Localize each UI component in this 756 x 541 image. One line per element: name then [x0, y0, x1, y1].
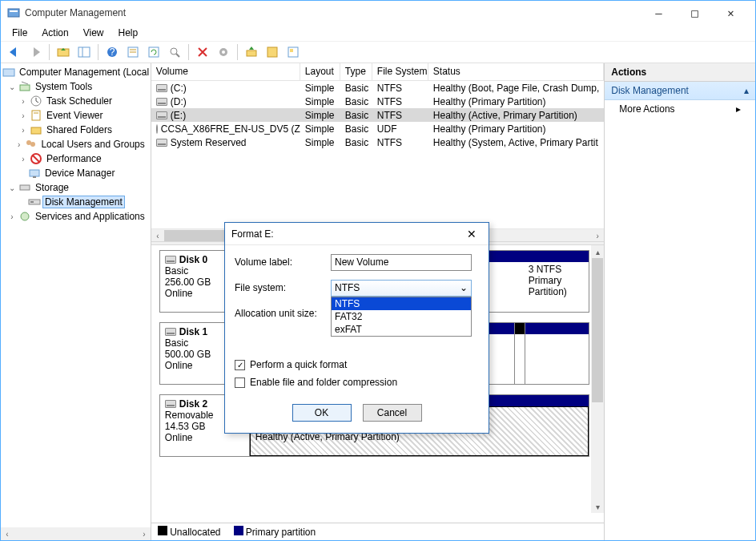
ok-button[interactable]: OK: [292, 404, 352, 422]
disk-vertical-scrollbar[interactable]: ▴▾: [591, 245, 604, 513]
volume-type: Basic: [340, 110, 372, 121]
svg-rect-1: [10, 10, 18, 12]
volume-status: Healthy (Boot, Page File, Crash Dump,: [428, 83, 604, 94]
col-filesystem[interactable]: File System: [372, 63, 428, 80]
fs-option-fat32[interactable]: FAT32: [332, 310, 471, 323]
navigation-tree: Computer Management (Local ⌄System Tools…: [1, 63, 151, 540]
drive-icon: [156, 98, 167, 106]
col-status[interactable]: Status: [428, 63, 604, 80]
volume-type: Basic: [340, 83, 372, 94]
up-folder-icon[interactable]: [54, 43, 72, 61]
tree-root[interactable]: Computer Management (Local: [2, 65, 151, 79]
tree-performance[interactable]: ›Performance: [2, 151, 151, 166]
action3-icon[interactable]: [284, 43, 302, 61]
minimize-button[interactable]: —: [641, 2, 677, 24]
tree-system-tools[interactable]: ⌄System Tools: [2, 79, 151, 94]
disk1-partition-b[interactable]: [525, 323, 589, 384]
volume-list: Volume Layout Type File System Status (C…: [151, 63, 604, 241]
volume-layout: Simple: [300, 83, 340, 94]
tree-storage[interactable]: ⌄Storage: [2, 180, 151, 195]
compression-checkbox[interactable]: Enable file and folder compression: [235, 377, 479, 388]
volume-name: System Reserved: [171, 137, 247, 148]
volume-row[interactable]: System ReservedSimpleBasicNTFSHealthy (S…: [151, 135, 604, 149]
svg-rect-10: [149, 47, 159, 57]
fs-option-ntfs[interactable]: NTFS: [332, 297, 471, 310]
disk0-partition-visible[interactable]: 3 NTFS Primary Partition): [524, 251, 589, 312]
chevron-right-icon[interactable]: ›: [18, 154, 28, 164]
volume-status: Healthy (Primary Partition): [428, 96, 604, 107]
checkbox-checked-icon: ✓: [235, 360, 245, 370]
chevron-down-icon[interactable]: ⌄: [7, 82, 17, 91]
toolbar-separator: [98, 44, 99, 60]
menu-help[interactable]: Help: [112, 26, 145, 40]
tree-device-manager[interactable]: Device Manager: [2, 166, 151, 180]
volume-row[interactable]: (D:)SimpleBasicNTFSHealthy (Primary Part…: [151, 95, 604, 108]
tree-event-viewer[interactable]: ›Event Viewer: [2, 108, 151, 123]
show-hide-tree-icon[interactable]: [75, 43, 93, 61]
volume-row[interactable]: CCSA_X86FRE_EN-US_DV5 (Z:)SimpleBasicUDF…: [151, 122, 604, 135]
back-button[interactable]: [6, 43, 23, 61]
tree-disk-management[interactable]: Disk Management: [2, 195, 151, 209]
dialog-title: Format E:: [231, 228, 461, 240]
col-layout[interactable]: Layout: [300, 63, 340, 80]
action1-icon[interactable]: [243, 43, 260, 61]
volume-status: Healthy (Active, Primary Partition): [428, 110, 604, 121]
quick-format-checkbox[interactable]: ✓ Perform a quick format: [235, 359, 479, 370]
volume-fs: NTFS: [372, 96, 428, 107]
filesystem-select[interactable]: NTFS⌄ NTFS FAT32 exFAT: [331, 280, 472, 297]
tree-task-scheduler[interactable]: ›Task Scheduler: [2, 94, 151, 108]
settings-icon[interactable]: [215, 43, 232, 61]
delete-icon[interactable]: [194, 43, 211, 61]
drive-icon: [156, 111, 167, 119]
chevron-down-icon[interactable]: ⌄: [7, 183, 17, 192]
chevron-right-icon[interactable]: ›: [18, 125, 28, 135]
volume-fs: NTFS: [372, 110, 428, 121]
volume-layout: Simple: [300, 96, 340, 107]
close-button[interactable]: ✕: [713, 2, 749, 24]
volume-row[interactable]: (E:)SimpleBasicNTFSHealthy (Active, Prim…: [151, 108, 604, 122]
search-icon[interactable]: [166, 43, 183, 61]
menu-view[interactable]: View: [77, 26, 111, 40]
tree-shared-folders[interactable]: ›Shared Folders: [2, 123, 151, 137]
chevron-right-icon[interactable]: ›: [15, 139, 22, 149]
svg-point-14: [222, 50, 225, 54]
disk-icon: [165, 256, 176, 264]
col-type[interactable]: Type: [340, 63, 372, 80]
fs-option-exfat[interactable]: exFAT: [332, 323, 471, 336]
quick-format-label: Perform a quick format: [250, 359, 347, 370]
menu-file[interactable]: File: [6, 26, 34, 40]
help-icon[interactable]: ?: [103, 43, 121, 61]
svg-rect-20: [20, 85, 30, 91]
svg-rect-3: [78, 47, 90, 57]
chevron-right-icon[interactable]: ›: [18, 96, 28, 106]
chevron-down-icon: ⌄: [460, 282, 468, 293]
menu-action[interactable]: Action: [35, 26, 74, 40]
tree-local-users[interactable]: ›Local Users and Groups: [2, 137, 151, 151]
action-more-actions[interactable]: More Actions ▸: [605, 100, 755, 118]
col-volume[interactable]: Volume: [151, 63, 300, 80]
dialog-close-button[interactable]: ✕: [461, 225, 482, 243]
refresh-icon[interactable]: [145, 43, 163, 61]
actions-group[interactable]: Disk Management ▴: [605, 82, 755, 100]
cd-icon: [156, 124, 158, 134]
svg-line-28: [33, 155, 39, 162]
chevron-right-icon[interactable]: ›: [7, 212, 17, 221]
volume-fs: NTFS: [372, 137, 428, 148]
maximize-button[interactable]: □: [677, 2, 713, 24]
cancel-button[interactable]: Cancel: [363, 404, 422, 422]
action2-icon[interactable]: [263, 43, 281, 61]
volume-label-input[interactable]: [331, 254, 472, 271]
tree-horizontal-scrollbar[interactable]: ‹›: [1, 527, 151, 540]
app-icon: [7, 6, 20, 19]
volume-name: CCSA_X86FRE_EN-US_DV5 (Z:): [161, 123, 300, 135]
volume-row[interactable]: (C:)SimpleBasicNTFSHealthy (Boot, Page F…: [151, 81, 604, 95]
actions-header: Actions: [605, 63, 755, 82]
forward-button[interactable]: [26, 43, 44, 61]
disk-icon: [165, 328, 176, 336]
volume-type: Basic: [340, 137, 372, 148]
partition-size: 3 NTFS: [529, 264, 584, 275]
volume-type: Basic: [340, 123, 372, 135]
chevron-right-icon[interactable]: ›: [18, 111, 28, 120]
tree-services[interactable]: ›Services and Applications: [2, 209, 151, 224]
properties-icon[interactable]: [124, 43, 142, 61]
